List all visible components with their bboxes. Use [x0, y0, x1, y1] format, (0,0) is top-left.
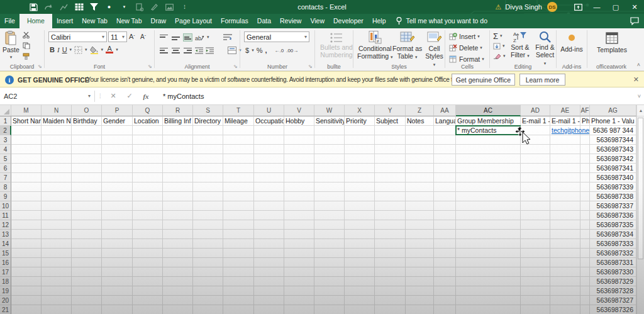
- cell-P4[interactable]: [102, 145, 133, 154]
- cell-AG3[interactable]: 5636987344: [590, 135, 636, 145]
- column-header-X[interactable]: X: [345, 105, 375, 116]
- align-left-icon[interactable]: [159, 47, 169, 55]
- cell-U11[interactable]: [254, 211, 284, 220]
- cell-Q1[interactable]: Location: [133, 116, 163, 126]
- cell-Q14[interactable]: [133, 239, 163, 249]
- cell-P16[interactable]: [102, 258, 133, 267]
- underline-caret-icon[interactable]: ▾: [70, 47, 72, 52]
- cell-AG10[interactable]: 5636987337: [590, 201, 636, 211]
- cell-Y10[interactable]: [375, 201, 406, 211]
- cell-P14[interactable]: [102, 239, 133, 249]
- cell-W18[interactable]: [314, 277, 345, 286]
- column-header-AC[interactable]: AC: [456, 105, 521, 116]
- cell-S3[interactable]: [193, 135, 223, 145]
- cell-N8[interactable]: [42, 182, 72, 192]
- cell-M18[interactable]: [11, 277, 42, 286]
- cell-AE2[interactable]: techgitphone: [550, 126, 580, 135]
- cell-M20[interactable]: [11, 296, 42, 305]
- cell-AE1[interactable]: E-mail 1 -: [550, 116, 580, 126]
- cell-O7[interactable]: [72, 173, 102, 182]
- cell-AC10[interactable]: [456, 201, 521, 211]
- cell-P7[interactable]: [102, 173, 133, 182]
- column-header-AD[interactable]: AD: [521, 105, 550, 116]
- collapse-ribbon-icon[interactable]: ˄: [637, 62, 640, 68]
- cell-W2[interactable]: [314, 126, 345, 135]
- row-header-6[interactable]: 6: [0, 164, 11, 173]
- cell-U21[interactable]: [254, 305, 284, 314]
- column-header-T[interactable]: T: [223, 105, 254, 116]
- cell-O2[interactable]: [72, 126, 102, 135]
- cell-N16[interactable]: [42, 258, 72, 267]
- cell-AF1[interactable]: Pho: [580, 116, 590, 126]
- cell-P5[interactable]: [102, 154, 133, 164]
- cell-R17[interactable]: [163, 267, 193, 277]
- cell-V15[interactable]: [284, 249, 314, 258]
- cell-M13[interactable]: [11, 230, 42, 239]
- cell-X11[interactable]: [345, 211, 375, 220]
- cell-AG17[interactable]: 5636987330: [590, 267, 636, 277]
- cell-Q16[interactable]: [133, 258, 163, 267]
- cell-P15[interactable]: [102, 249, 133, 258]
- cell-Y19[interactable]: [375, 286, 406, 296]
- cell-AC19[interactable]: [456, 286, 521, 296]
- cell-N6[interactable]: [42, 164, 72, 173]
- cell-U3[interactable]: [254, 135, 284, 145]
- insert-cells-button[interactable]: Insert▾: [449, 32, 484, 41]
- comma-format-icon[interactable]: ,: [265, 45, 267, 55]
- cell-Q8[interactable]: [133, 182, 163, 192]
- cell-AA7[interactable]: [434, 173, 456, 182]
- cell-T15[interactable]: [223, 249, 254, 258]
- cell-AC6[interactable]: [456, 164, 521, 173]
- tab-view[interactable]: View: [306, 14, 329, 28]
- cell-AE6[interactable]: [550, 164, 580, 173]
- cell-M2[interactable]: [11, 126, 42, 135]
- cell-Z18[interactable]: [406, 277, 434, 286]
- cell-R1[interactable]: Billing Inf: [163, 116, 193, 126]
- cell-N5[interactable]: [42, 154, 72, 164]
- cell-Z8[interactable]: [406, 182, 434, 192]
- cell-V20[interactable]: [284, 296, 314, 305]
- cell-Q17[interactable]: [133, 267, 163, 277]
- cell-S8[interactable]: [193, 182, 223, 192]
- column-header-W[interactable]: W: [314, 105, 345, 116]
- cell-X17[interactable]: [345, 267, 375, 277]
- cell-T2[interactable]: [223, 126, 254, 135]
- cell-S21[interactable]: [193, 305, 223, 314]
- cell-AA6[interactable]: [434, 164, 456, 173]
- cell-AF13[interactable]: [580, 230, 590, 239]
- cell-AG13[interactable]: 5636987334: [590, 230, 636, 239]
- cell-W9[interactable]: [314, 192, 345, 201]
- cell-AA8[interactable]: [434, 182, 456, 192]
- cell-AD8[interactable]: [521, 182, 550, 192]
- cell-AD20[interactable]: [521, 296, 550, 305]
- copy-icon[interactable]: [23, 42, 31, 50]
- cell-AA20[interactable]: [434, 296, 456, 305]
- cell-AA21[interactable]: [434, 305, 456, 314]
- cell-AE12[interactable]: [550, 220, 580, 230]
- tab-page-layout[interactable]: Page Layout: [170, 14, 216, 28]
- cell-S6[interactable]: [193, 164, 223, 173]
- cell-V3[interactable]: [284, 135, 314, 145]
- cell-Q19[interactable]: [133, 286, 163, 296]
- cell-Z9[interactable]: [406, 192, 434, 201]
- cell-W7[interactable]: [314, 173, 345, 182]
- cell-X8[interactable]: [345, 182, 375, 192]
- cell-P13[interactable]: [102, 230, 133, 239]
- cell-Z3[interactable]: [406, 135, 434, 145]
- cell-M12[interactable]: [11, 220, 42, 230]
- cell-X12[interactable]: [345, 220, 375, 230]
- cell-S4[interactable]: [193, 145, 223, 154]
- cell-M16[interactable]: [11, 258, 42, 267]
- cell-P20[interactable]: [102, 296, 133, 305]
- cell-U16[interactable]: [254, 258, 284, 267]
- cell-AE3[interactable]: [550, 135, 580, 145]
- cell-AG14[interactable]: 5636987333: [590, 239, 636, 249]
- cell-N10[interactable]: [42, 201, 72, 211]
- cell-R3[interactable]: [163, 135, 193, 145]
- row-header-8[interactable]: 8: [0, 182, 11, 192]
- cell-N17[interactable]: [42, 267, 72, 277]
- enter-formula-icon[interactable]: ✓: [121, 92, 138, 100]
- cell-AF7[interactable]: [580, 173, 590, 182]
- cell-N2[interactable]: [42, 126, 72, 135]
- cell-V8[interactable]: [284, 182, 314, 192]
